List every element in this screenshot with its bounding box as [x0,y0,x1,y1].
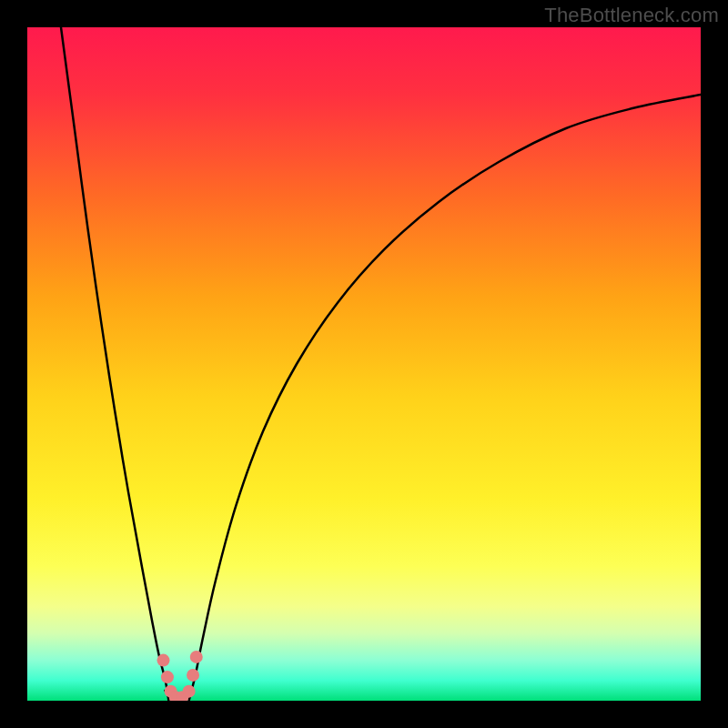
marker-dot [157,654,169,667]
outer-frame: TheBottleneck.com [0,0,728,728]
chart-plot-area [27,27,701,701]
bottleneck-chart [27,27,701,701]
marker-dot [161,671,174,683]
marker-dot [183,685,196,698]
marker-dot [190,651,203,663]
marker-dot [187,669,199,682]
gradient-background [27,27,701,701]
watermark-text: TheBottleneck.com [544,4,719,27]
